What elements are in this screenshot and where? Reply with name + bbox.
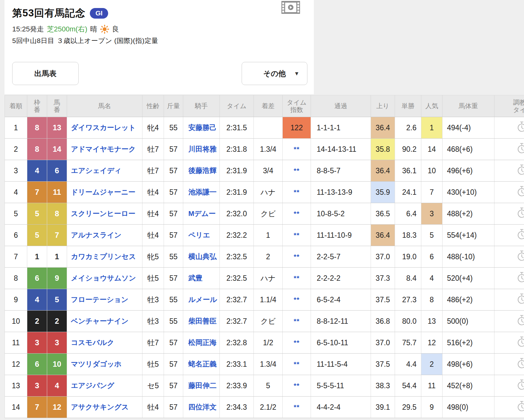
- time-index-masked: **: [294, 403, 299, 411]
- cell-favorite: 2: [421, 354, 442, 375]
- cell-time-index: **: [283, 246, 311, 267]
- cell-order: 8: [5, 268, 27, 289]
- time-index-masked: **: [294, 296, 299, 304]
- cell-margin: 1.3/4: [254, 139, 283, 160]
- horse-name-link[interactable]: エアシェイディ: [71, 166, 122, 176]
- cell-horse-weight: 498(+6): [442, 354, 494, 375]
- jockey-link[interactable]: 蛯名正義: [188, 359, 217, 369]
- horse-name-link[interactable]: アルナスライン: [71, 230, 122, 240]
- cell-last-3f: 36.8: [371, 311, 395, 332]
- horse-name-link[interactable]: コスモバルク: [71, 338, 114, 347]
- cell-frame-number: 6: [27, 354, 47, 375]
- stopwatch-icon[interactable]: [517, 271, 524, 285]
- cell-favorite: 13: [421, 311, 442, 332]
- horse-name-link[interactable]: アサクサキングス: [71, 402, 129, 412]
- cell-win-odds: 19.0: [395, 246, 421, 267]
- cell-favorite: 14: [421, 139, 442, 160]
- cell-frame-number: 4: [27, 289, 47, 310]
- track-condition: 良: [112, 24, 119, 34]
- cell-frame-number: 6: [27, 268, 47, 289]
- cell-sex-age: 牡4: [142, 203, 164, 224]
- horse-name-link[interactable]: エアジパング: [71, 381, 114, 390]
- cell-carried-weight: 57: [164, 225, 183, 246]
- entry-table-button[interactable]: 出馬表: [12, 62, 79, 85]
- horse-name-link[interactable]: フローテーション: [71, 295, 128, 304]
- cell-margin: クビ: [254, 311, 283, 332]
- cell-horse-number: 6: [47, 160, 67, 181]
- jockey-link[interactable]: 後藤浩輝: [188, 166, 217, 176]
- cell-sex-age: 牝4: [142, 117, 164, 138]
- horse-name-link[interactable]: スクリーンヒーロー: [71, 209, 135, 219]
- jockey-link[interactable]: 松岡正海: [188, 338, 217, 347]
- stopwatch-icon[interactable]: [517, 357, 524, 371]
- stopwatch-icon[interactable]: [517, 121, 524, 134]
- cell-passing-order: 14-14-13-11: [311, 139, 371, 160]
- cell-time-index: **: [283, 139, 311, 160]
- cell-jockey: ルメール: [183, 289, 220, 310]
- horse-name-link[interactable]: ダイワスカーレット: [71, 123, 136, 133]
- race-video-icon[interactable]: [281, 1, 300, 14]
- jockey-link[interactable]: 武豊: [188, 273, 202, 283]
- stopwatch-icon[interactable]: [517, 250, 524, 263]
- cell-passing-order: 11-13-13-9: [311, 182, 371, 203]
- time-index-masked: **: [294, 231, 299, 239]
- stopwatch-icon[interactable]: [517, 228, 524, 242]
- horse-name-link[interactable]: マツリダゴッホ: [71, 359, 122, 369]
- horse-name-link[interactable]: アドマイヤモナーク: [71, 144, 136, 154]
- result-row: 657アルナスライン牡457ペリエ2:32.21**11-11-10-936.4…: [5, 225, 524, 246]
- cell-horse-weight: 516(+2): [442, 332, 494, 353]
- jockey-link[interactable]: 四位洋文: [188, 402, 217, 412]
- cell-training-time: [494, 397, 524, 418]
- cell-carried-weight: 57: [164, 268, 183, 289]
- stopwatch-icon[interactable]: [517, 207, 524, 220]
- cell-time-index: **: [283, 354, 311, 375]
- cell-margin: 1: [254, 225, 283, 246]
- stopwatch-icon[interactable]: [517, 185, 524, 199]
- time-index-masked: **: [294, 145, 299, 153]
- cell-frame-number: 3: [27, 332, 47, 353]
- time-index-masked: **: [294, 188, 299, 196]
- horse-name-link[interactable]: ベンチャーナイン: [71, 316, 129, 326]
- cell-win-odds: 27.3: [395, 289, 421, 310]
- cell-training-time: [494, 268, 524, 289]
- cell-favorite: 3: [421, 203, 442, 224]
- horse-name-link[interactable]: ドリームジャーニー: [71, 187, 135, 197]
- jockey-link[interactable]: ルメール: [188, 295, 217, 304]
- stopwatch-icon[interactable]: [517, 336, 524, 349]
- jockey-link[interactable]: 横山典弘: [188, 252, 217, 261]
- jockey-link[interactable]: 池添謙一: [188, 187, 217, 197]
- cell-carried-weight: 57: [164, 160, 183, 181]
- jockey-link[interactable]: 藤田伸二: [188, 381, 217, 390]
- result-row: 2814アドマイヤモナーク牡757川田将雅2:31.81.3/4**14-14-…: [5, 139, 524, 160]
- cell-margin: [254, 117, 283, 138]
- cell-margin: 1.1/4: [254, 289, 283, 310]
- cell-horse-number: 11: [47, 182, 67, 203]
- jockey-link[interactable]: 安藤勝己: [188, 123, 217, 133]
- jockey-link[interactable]: 川田将雅: [188, 144, 217, 154]
- stopwatch-icon[interactable]: [517, 142, 524, 156]
- cell-frame-number: 3: [27, 375, 47, 396]
- cell-jockey: 松岡正海: [183, 332, 220, 353]
- result-row: 346エアシェイディ牡757後藤浩輝2:31.93/4**8-8-5-736.4…: [5, 160, 524, 182]
- cell-horse-weight: 468(+6): [442, 139, 494, 160]
- cell-win-odds: 29.5: [395, 397, 421, 418]
- others-dropdown-button[interactable]: その他 ▼: [242, 62, 307, 85]
- cell-order: 4: [5, 182, 27, 203]
- jockey-link[interactable]: Mデムー: [188, 209, 216, 219]
- jockey-link[interactable]: 柴田善臣: [188, 316, 217, 326]
- stopwatch-icon[interactable]: [517, 314, 524, 328]
- stopwatch-icon[interactable]: [517, 164, 524, 177]
- horse-name-link[interactable]: カワカミプリンセス: [71, 252, 136, 261]
- stopwatch-icon[interactable]: [517, 400, 524, 414]
- start-time: 15:25発走: [12, 24, 44, 34]
- stopwatch-icon[interactable]: [517, 379, 524, 392]
- cell-time: 2:33.1: [220, 354, 254, 375]
- cell-horse-weight: 554(+14): [442, 225, 494, 246]
- cell-win-odds: 2.6: [395, 117, 421, 138]
- cell-training-time: [494, 375, 524, 396]
- jockey-link[interactable]: ペリエ: [188, 230, 210, 240]
- horse-name-link[interactable]: メイショウサムソン: [71, 273, 136, 283]
- cell-training-time: [494, 311, 524, 332]
- stopwatch-icon[interactable]: [517, 293, 524, 306]
- cell-horse-name: エアシェイディ: [67, 160, 142, 181]
